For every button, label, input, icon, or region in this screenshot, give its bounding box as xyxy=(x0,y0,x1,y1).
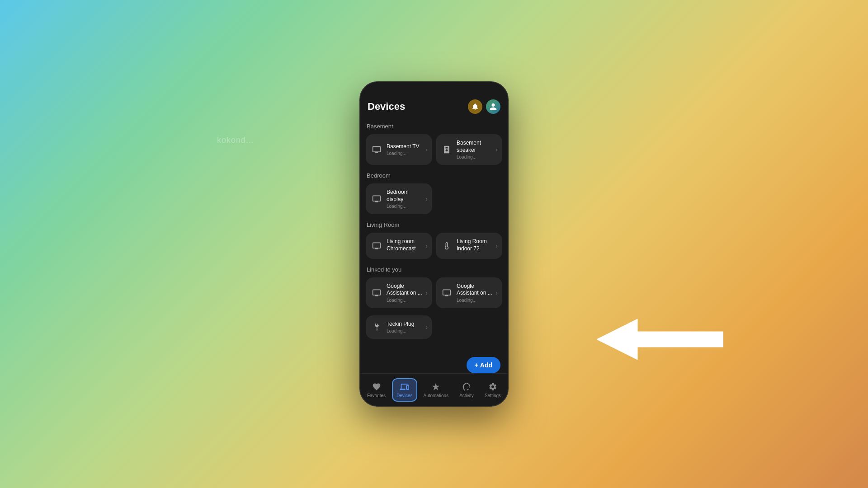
chevron-icon: › xyxy=(425,289,428,296)
app-header: Devices xyxy=(360,96,508,119)
section-title-living-room: Living Room xyxy=(366,221,502,228)
device-name: Google Assistant on ... xyxy=(387,283,424,297)
nav-favorites-label: Favorites xyxy=(367,393,386,398)
device-status: Loading... xyxy=(387,151,419,156)
thermometer-icon xyxy=(440,239,453,252)
page-title: Devices xyxy=(368,101,405,113)
tv-icon xyxy=(370,286,383,299)
chevron-icon: › xyxy=(425,242,428,249)
devices-content: Basement Basement TV Loading... › xyxy=(360,119,508,373)
section-linked: Linked to you Google Assistant on ... Lo… xyxy=(366,266,502,308)
chevron-icon: › xyxy=(495,242,498,249)
gear-icon xyxy=(488,382,498,392)
plug-icon xyxy=(370,321,383,333)
section-bedroom: Bedroom Bedroom display Loading... › xyxy=(366,172,502,214)
chevron-icon: › xyxy=(425,195,428,202)
section-living-room: Living Room Living room Chromecast › xyxy=(366,221,502,258)
tv-icon xyxy=(370,239,383,252)
device-name: Bedroom display xyxy=(387,189,424,203)
chevron-icon: › xyxy=(495,289,498,296)
header-actions xyxy=(468,99,500,114)
device-name: Living Room Indoor 72 xyxy=(457,238,494,252)
device-name: Google Assistant on ... xyxy=(457,283,494,297)
device-status: Loading... xyxy=(457,155,494,160)
device-name: Teckin Plug xyxy=(387,321,414,328)
arrow-indicator xyxy=(597,319,723,361)
status-bar xyxy=(360,82,508,96)
svg-marker-0 xyxy=(597,319,723,360)
chevron-icon: › xyxy=(425,146,428,153)
speaker-icon xyxy=(440,143,453,156)
tv-icon xyxy=(440,286,453,299)
section-teckin: Teckin Plug Loading... › xyxy=(366,315,502,339)
devices-icon xyxy=(400,382,410,392)
nav-automations[interactable]: Automations xyxy=(420,379,452,401)
display-icon xyxy=(370,192,383,205)
device-name: Basement speaker xyxy=(457,140,494,154)
device-status: Loading... xyxy=(387,328,414,333)
add-button[interactable]: + Add xyxy=(467,357,500,373)
nav-settings-label: Settings xyxy=(485,393,501,398)
device-teckin-plug[interactable]: Teckin Plug Loading... › xyxy=(366,315,432,339)
device-basement-speaker[interactable]: Basement speaker Loading... › xyxy=(436,134,502,165)
chevron-icon: › xyxy=(425,324,428,331)
nav-automations-label: Automations xyxy=(423,393,448,398)
nav-activity[interactable]: Activity xyxy=(455,379,478,401)
teckin-grid: Teckin Plug Loading... › xyxy=(366,315,502,339)
tv-icon xyxy=(370,143,383,156)
basement-grid: Basement TV Loading... › Basement speake… xyxy=(366,134,502,165)
section-title-bedroom: Bedroom xyxy=(366,172,502,179)
device-name: Living room Chromecast xyxy=(387,238,424,252)
device-living-room-chromecast[interactable]: Living room Chromecast › xyxy=(366,233,432,258)
device-google-assistant-2[interactable]: Google Assistant on ... Loading... › xyxy=(436,277,502,308)
bottom-navigation: Favorites Devices Automations Activity S… xyxy=(360,373,508,406)
bedroom-grid: Bedroom display Loading... › xyxy=(366,183,502,214)
nav-devices[interactable]: Devices xyxy=(392,378,417,402)
device-status: Loading... xyxy=(457,298,494,303)
device-bedroom-display[interactable]: Bedroom display Loading... › xyxy=(366,183,432,214)
section-title-linked: Linked to you xyxy=(366,266,502,273)
living-room-grid: Living room Chromecast › Living Room Ind… xyxy=(366,233,502,258)
device-basement-tv[interactable]: Basement TV Loading... › xyxy=(366,134,432,165)
device-status: Loading... xyxy=(387,204,424,209)
user-avatar[interactable] xyxy=(486,99,500,114)
sparkle-icon xyxy=(431,382,441,392)
heart-icon xyxy=(372,382,382,392)
nav-favorites[interactable]: Favorites xyxy=(363,379,389,401)
section-basement: Basement Basement TV Loading... › xyxy=(366,123,502,165)
watermark: kokond... xyxy=(217,136,254,145)
nav-settings[interactable]: Settings xyxy=(481,379,505,401)
section-title-basement: Basement xyxy=(366,123,502,130)
device-living-room-indoor[interactable]: Living Room Indoor 72 › xyxy=(436,233,502,258)
linked-grid: Google Assistant on ... Loading... › Goo… xyxy=(366,277,502,308)
chevron-icon: › xyxy=(495,146,498,153)
phone-frame: Devices Basement xyxy=(359,81,509,407)
nav-activity-label: Activity xyxy=(459,393,474,398)
activity-icon xyxy=(462,382,472,392)
notifications-button[interactable] xyxy=(468,99,482,114)
nav-devices-label: Devices xyxy=(396,393,413,398)
device-status: Loading... xyxy=(387,298,424,303)
device-google-assistant-1[interactable]: Google Assistant on ... Loading... › xyxy=(366,277,432,308)
device-name: Basement TV xyxy=(387,143,419,150)
